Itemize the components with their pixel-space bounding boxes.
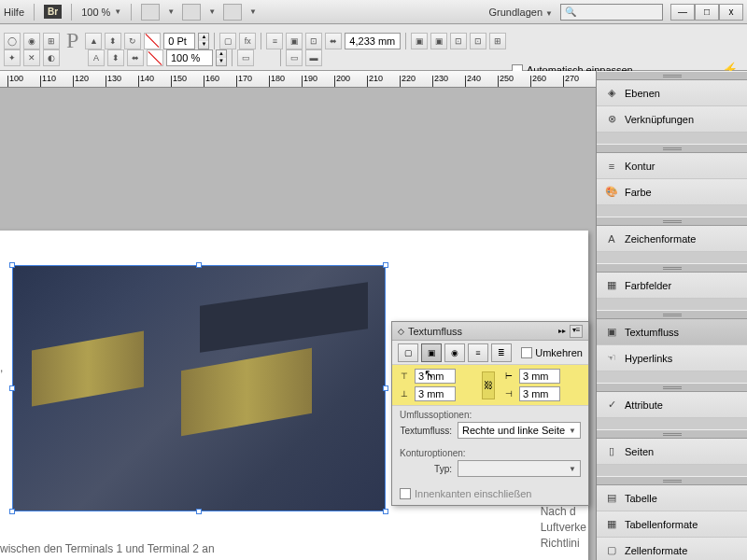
fill-none-icon[interactable] — [144, 33, 161, 49]
rotate-icon[interactable]: ↻ — [124, 33, 141, 49]
panel-handle[interactable] — [597, 144, 747, 153]
panel-icon: 🎨 — [604, 186, 619, 199]
fit-icon[interactable]: ⊡ — [470, 33, 486, 49]
chevron-down-icon: ▼ — [208, 7, 216, 16]
panel-item-zeichenformate[interactable]: AZeichenformate — [597, 226, 747, 252]
panel-handle[interactable] — [597, 217, 747, 226]
checkbox-icon — [400, 488, 411, 499]
offset-right-input[interactable]: 3 mm — [519, 386, 560, 401]
align-icon[interactable]: A — [88, 49, 105, 66]
panel-item-zellenformate[interactable]: ▢Zellenformate — [597, 538, 747, 560]
frame-fit-icon[interactable]: ⊡ — [305, 33, 322, 49]
collapse-double-icon[interactable]: ▸▸ — [558, 327, 566, 335]
panel-label: Zeichenformate — [625, 233, 696, 245]
opacity-icon[interactable]: ▭ — [237, 49, 254, 66]
panel-icon: ▣ — [604, 326, 619, 339]
align-icon[interactable]: ▲ — [85, 33, 102, 49]
spinner[interactable]: ▲▼ — [198, 33, 209, 49]
panel-header[interactable]: ◇ Textumfluss ▸▸ ▾≡ — [392, 322, 588, 341]
panel-item-ebenen[interactable]: ◈Ebenen — [597, 80, 747, 106]
wrap-mode-row: ▢ ▣ ◉ ≡ ≣ Umkehren — [392, 341, 588, 365]
bridge-badge[interactable]: Br — [44, 5, 62, 19]
wrap-icon[interactable]: ≡ — [266, 33, 283, 49]
section-title: Konturoptionen: — [400, 448, 581, 458]
panel-handle[interactable] — [597, 71, 747, 80]
dist-icon[interactable]: ⬌ — [127, 49, 144, 66]
panel-label: Tabelle — [625, 493, 657, 504]
panel-item-farbe[interactable]: 🎨Farbe — [597, 179, 747, 205]
fit-icon[interactable]: ⊞ — [489, 33, 506, 49]
fx-icon[interactable]: fx — [239, 33, 256, 49]
field-mm[interactable]: 4,233 mm — [345, 33, 401, 49]
minimize-button[interactable]: — — [670, 4, 695, 21]
wrap-bounding-button[interactable]: ▣ — [421, 343, 442, 362]
panel-item-farbfelder[interactable]: ▦Farbfelder — [597, 273, 747, 299]
panel-icon: ✓ — [604, 399, 619, 412]
fit-icon[interactable]: ▣ — [430, 33, 447, 49]
placed-image-frame[interactable] — [13, 266, 385, 511]
panel-item-tabelle[interactable]: ▤Tabelle — [597, 485, 747, 511]
panel-menu-icon[interactable]: ▾≡ — [570, 325, 583, 338]
tool-icon[interactable]: ◉ — [23, 33, 40, 49]
dist-icon[interactable]: ⬍ — [107, 49, 124, 66]
panel-icon: ▦ — [604, 279, 619, 292]
wrap-object-button[interactable]: ◉ — [444, 343, 465, 362]
tool-icon[interactable]: ◐ — [43, 49, 60, 66]
tool-icon[interactable]: ✦ — [4, 49, 21, 66]
flip-icon[interactable]: ⬍ — [105, 33, 121, 49]
wrap-icon[interactable]: ▭ — [286, 49, 303, 66]
screen-mode-icon[interactable] — [182, 4, 201, 21]
chain-link-icon[interactable]: ⛓ — [482, 371, 495, 399]
wrap-none-button[interactable]: ▢ — [398, 343, 418, 362]
scale-pct[interactable]: 100 % — [166, 49, 213, 66]
panel-handle[interactable] — [597, 383, 747, 392]
frame-fit-icon[interactable]: ⬌ — [325, 33, 342, 49]
offset-grid: ↖ ⊤ 3 mm ⛓ ⊢ 3 mm ⊥ 3 mm ⊣ 3 mm — [392, 365, 588, 406]
offset-bottom-input[interactable]: 3 mm — [415, 386, 456, 401]
arrange-icon[interactable] — [223, 4, 242, 21]
panel-handle[interactable] — [597, 310, 747, 319]
invert-checkbox[interactable]: Umkehren — [521, 347, 583, 358]
tool-icon[interactable]: ✕ — [23, 49, 40, 66]
chevron-down-icon: ▼ — [545, 9, 553, 18]
tool-icon[interactable]: ⊞ — [43, 33, 60, 49]
panel-handle[interactable] — [597, 263, 747, 273]
help-menu[interactable]: Hilfe — [4, 7, 24, 18]
offset-left-input[interactable]: 3 mm — [519, 369, 560, 384]
wrap-icon[interactable]: ▣ — [286, 33, 303, 49]
wrap-jumpnext-button[interactable]: ≣ — [491, 343, 512, 362]
panel-label: Seiten — [625, 446, 654, 457]
panel-item-kontur[interactable]: ≡Kontur — [597, 153, 747, 179]
close-button[interactable]: x — [719, 4, 743, 21]
stroke-none-icon[interactable] — [147, 49, 163, 66]
panel-item-attribute[interactable]: ✓Attribute — [597, 392, 747, 418]
workspace-select[interactable]: Grundlagen ▼ — [489, 7, 553, 18]
spinner[interactable]: ▲▼ — [216, 49, 227, 66]
panel-handle[interactable] — [597, 476, 747, 485]
wrap-to-select[interactable]: Rechte und linke Seite ▼ — [458, 422, 581, 439]
panel-icon: ⊗ — [604, 113, 619, 126]
top-bar: Hilfe Br 100 % ▼ ▼ ▼ ▼ Grundlagen ▼ 🔍 — … — [0, 0, 747, 24]
zoom-level[interactable]: 100 % ▼ — [81, 7, 121, 18]
panel-item-seiten[interactable]: ▯Seiten — [597, 439, 747, 465]
view-options-icon[interactable] — [141, 4, 160, 21]
wrap-icon[interactable]: ▬ — [305, 49, 322, 66]
panel-item-hyperlinks[interactable]: ☜Hyperlinks — [597, 345, 747, 371]
stroke-weight[interactable]: 0 Pt — [163, 33, 195, 49]
fit-icon[interactable]: ▣ — [411, 33, 428, 49]
search-input[interactable]: 🔍 — [560, 4, 663, 21]
fit-icon[interactable]: ⊡ — [450, 33, 467, 49]
panel-item-verknüpfungen[interactable]: ⊗Verknüpfungen — [597, 106, 747, 133]
panel-item-tabellenformate[interactable]: ▦Tabellenformate — [597, 511, 747, 538]
wrap-jump-button[interactable]: ≡ — [468, 343, 488, 362]
cursor-icon: ↖ — [424, 367, 434, 381]
panel-item-textumfluss[interactable]: ▣Textumfluss — [597, 319, 747, 345]
maximize-button[interactable]: □ — [695, 4, 719, 21]
panel-label: Ebenen — [625, 88, 660, 99]
panel-label: Verknüpfungen — [625, 114, 694, 125]
panel-label: Attribute — [625, 399, 663, 411]
offset-top-input[interactable]: 3 mm — [415, 369, 456, 384]
effects-icon[interactable]: ▢ — [219, 33, 236, 49]
tool-icon[interactable]: ◯ — [4, 33, 21, 49]
panel-handle[interactable] — [597, 429, 747, 439]
